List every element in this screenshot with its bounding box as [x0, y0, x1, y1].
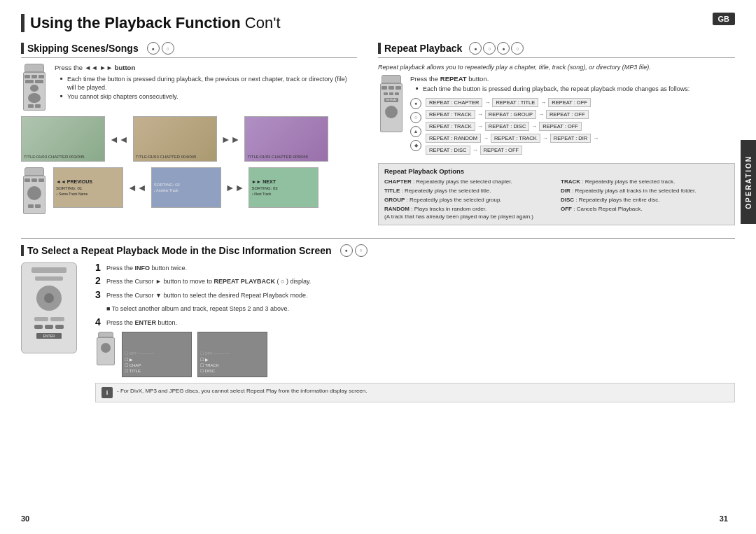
cd-icon: ▲: [410, 126, 421, 137]
skip-bullet-1: Each time the button is pressed during p…: [60, 76, 357, 92]
bottom-section-header: To Select a Repeat Playback Mode in the …: [21, 244, 735, 257]
big-remote-illus: ENTER: [21, 262, 77, 353]
screen-img-2: TITLE:01/03 CHAPTER 004/045: [133, 116, 217, 162]
remote-illustration-left-2: [21, 167, 48, 214]
remote-illustration-left: [21, 64, 48, 111]
option-chapter: CHAPTER : Repeatedly plays the selected …: [384, 178, 552, 185]
option-random: RANDOM : Plays tracks in random order.(A…: [384, 205, 552, 220]
option-track: TRACK : Repeatedly plays the selected tr…: [561, 178, 729, 185]
option-group: GROUP : Repeatedly plays the selected gr…: [384, 196, 552, 204]
mode-box-1: REPEAT : CHAPTER: [426, 98, 482, 107]
dvd-icon: ●: [410, 98, 421, 109]
repeat-modes-area: REPEAT Press the REPEAT button. Each tim…: [378, 75, 735, 157]
bottom-remote-area: ENTER: [21, 262, 84, 402]
arrow-8: →: [542, 135, 548, 141]
skip-image-row-1: TITLE:01/03 CHAPTER 003/045 ◄◄ TITLE:01/…: [21, 116, 357, 162]
repeat-title: Repeat Playback: [378, 43, 462, 54]
shuffle-icon: ◆: [410, 140, 421, 151]
mode-chain-2: REPEAT : TRACK → REPEAT : GROUP → REPEAT…: [426, 110, 735, 119]
repeat-icons: ● ○ ● ○: [469, 42, 524, 55]
step-1: 1 Press the INFO button twice.: [95, 262, 735, 273]
remote-btn-7: [55, 325, 64, 329]
step-bullet: ■ To select another album and track, rep…: [106, 303, 735, 314]
skipping-section-header: Skipping Scenes/Songs ● ○: [21, 42, 357, 58]
mode-chains-with-icons: ● ○ ▲ ◆ REPEAT : CHAPTER → REPEAT : TITL…: [410, 98, 735, 157]
mode-box-13: REPEAT : DISC: [426, 146, 470, 155]
repeat-remote-illus: REPEAT: [378, 75, 405, 157]
remote-btn-6: [45, 325, 53, 329]
remote-btn-3: [34, 317, 48, 321]
disc-icon-2: ○: [162, 42, 174, 55]
note-text: - For DivX, MP3 and JPEG discs, you cann…: [117, 387, 368, 395]
page-title: Using the Playback Function Con't: [21, 14, 735, 32]
remote-dpad: [36, 286, 62, 311]
remote-btn-4: [50, 317, 64, 321]
repeat-subtitle: Repeat playback allows you to repeatedly…: [378, 64, 735, 71]
gb-badge: GB: [713, 13, 736, 25]
bottom-title: To Select a Repeat Playback Mode in the …: [21, 245, 332, 256]
repeat-disc-icon-4: ○: [511, 42, 524, 55]
remote-btn-2: [35, 276, 63, 281]
remote-center-btn: [44, 293, 54, 303]
mode-box-6: REPEAT : OFF: [546, 110, 589, 119]
arrow-icon-3: ◄◄: [127, 182, 147, 193]
step-3: 3 Press the Cursor ▼ button to select th…: [95, 290, 735, 300]
mode-box-4: REPEAT : TRACK: [426, 110, 475, 119]
mode-box-7: REPEAT : TRACK: [426, 122, 475, 131]
screen-song-1: ◄◄ PREVIOUS SORTING: 01 ♪ Some Track Nam…: [53, 167, 123, 208]
step-2: 2 Press the Cursor ► button to move to R…: [95, 276, 735, 286]
step-remote-icon: [95, 332, 116, 377]
mode-icons-col: ● ○ ▲ ◆: [410, 98, 421, 157]
operation-label: OPERATION: [745, 155, 752, 209]
skip-bullets: Each time the button is pressed during p…: [60, 76, 357, 101]
step-4: 4 Press the ENTER button.: [95, 317, 735, 328]
right-column: Repeat Playback ● ○ ● ○ Repeat playback …: [378, 42, 735, 231]
arrow-7: →: [483, 135, 489, 141]
options-box: Repeat Playback Options CHAPTER : Repeat…: [378, 163, 735, 225]
skipping-title: Skipping Scenes/Songs: [21, 43, 139, 54]
mode-box-12: REPEAT : DIR: [550, 134, 591, 143]
option-off: OFF : Cancels Repeat Playback.: [561, 205, 729, 220]
mode-chain-1: REPEAT : CHAPTER → REPEAT : TITLE → REPE…: [426, 98, 735, 107]
options-title: Repeat Playback Options: [384, 167, 729, 175]
options-grid: CHAPTER : Repeatedly plays the selected …: [384, 178, 729, 221]
mode-box-2: REPEAT : TITLE: [492, 98, 538, 107]
option-dir: DIR : Repeatedly plays all tracks in the…: [561, 187, 729, 195]
screen-img-1: TITLE:01/03 CHAPTER 003/045: [21, 116, 105, 162]
arrow-9: →: [593, 135, 598, 141]
arrow-5: →: [477, 123, 483, 129]
arrow-6: →: [531, 123, 537, 129]
screen-display-1: ☐ OFF ────── ☐ ▶ ☐ CHAP ☐ TITLE: [122, 332, 192, 377]
note-icon: i: [102, 387, 113, 398]
mode-box-10: REPEAT : RANDOM: [426, 134, 481, 143]
repeat-chains: Press the REPEAT button. Each time the b…: [410, 75, 735, 157]
mode-box-3: REPEAT : OFF: [548, 98, 591, 107]
page-container: GB Using the Playback Function Con't Ski…: [0, 0, 756, 534]
mode-chain-5: REPEAT : DISC → REPEAT : OFF: [426, 146, 735, 155]
two-column-layout: Skipping Scenes/Songs ● ○: [21, 42, 735, 231]
page-number-left: 30: [21, 514, 29, 523]
disc-icon-1: ●: [147, 42, 160, 55]
screen-song-2: SORTING: 02 ♪ Another Track: [151, 167, 221, 208]
arrow-icon-4: ►►: [225, 182, 245, 193]
left-column: Skipping Scenes/Songs ● ○: [21, 42, 357, 231]
repeat-section-header: Repeat Playback ● ○ ● ○: [378, 42, 735, 58]
mode-box-8: REPEAT : DISC: [485, 122, 530, 131]
repeat-bullet: Each time the button is pressed during p…: [416, 85, 735, 94]
arrow-icon-2: ►►: [221, 134, 241, 145]
arrow-4: →: [538, 111, 544, 118]
mode-box-9: REPEAT : OFF: [539, 122, 582, 131]
mode-box-14: REPEAT : OFF: [480, 146, 523, 155]
arrow-10: →: [472, 147, 478, 153]
skipping-icons: ● ○: [147, 42, 174, 55]
remote-top-btn: [31, 267, 66, 273]
remote-btn-5: [34, 325, 43, 329]
screen-song-3: ►► NEXT SORTING: 03 ♪ Next Track: [248, 167, 318, 208]
screen-row: ☐ OFF ────── ☐ ▶ ☐ CHAP ☐ TITLE ☐ OFF ──…: [95, 332, 735, 377]
arrow-1: →: [484, 99, 490, 106]
repeat-disc-icon-3: ●: [497, 42, 510, 55]
operation-bar: OPERATION: [741, 140, 756, 224]
steps-area: 1 Press the INFO button twice. 2 Press t…: [95, 262, 735, 402]
repeat-disc-icon-1: ●: [469, 42, 482, 55]
bottom-content: ENTER 1 Press the INFO button twice. 2 P…: [21, 262, 735, 402]
